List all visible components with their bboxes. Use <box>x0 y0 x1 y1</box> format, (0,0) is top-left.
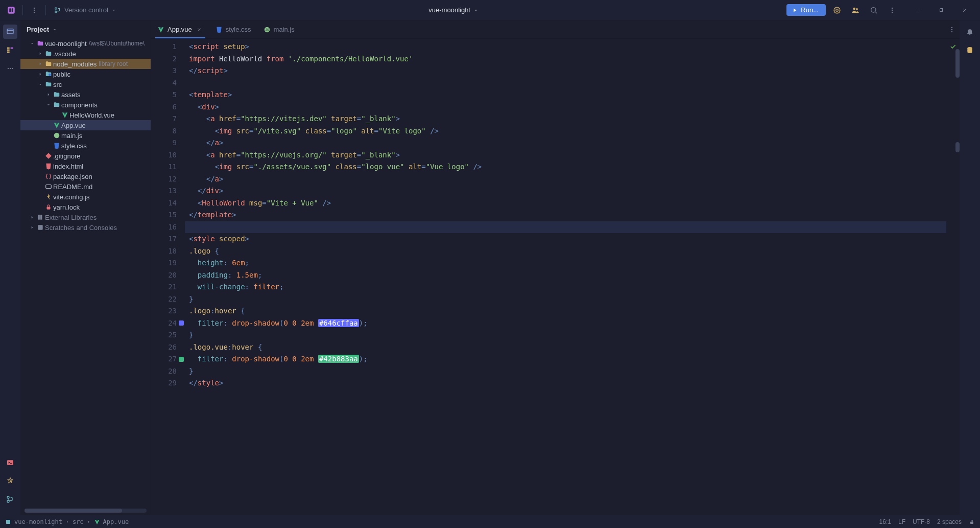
file-encoding[interactable]: UTF-8 <box>913 518 930 525</box>
editor-tabs-more-icon[interactable] <box>944 20 960 38</box>
code-line[interactable]: .logo:hover { <box>189 305 946 317</box>
tree-twisty-icon[interactable] <box>29 215 36 220</box>
collaborators-icon[interactable] <box>848 3 863 17</box>
code-line[interactable]: } <box>189 329 946 341</box>
tree-item-vite-config[interactable]: vite.config.js <box>20 192 151 202</box>
structure-tool-icon[interactable] <box>3 43 17 57</box>
line-separator[interactable]: LF <box>898 518 905 525</box>
code-with-me-icon[interactable] <box>830 3 844 17</box>
code-line[interactable]: </a> <box>189 173 946 186</box>
code-line[interactable]: <img src="/vite.svg" class="logo" alt="V… <box>189 125 946 137</box>
code-editor[interactable]: 1234567891011121314151617181920212223242… <box>151 39 960 515</box>
tree-item-vscode[interactable]: .vscode <box>20 49 151 59</box>
tree-item-package-json[interactable]: package.json <box>20 171 151 181</box>
code-line[interactable]: </template> <box>189 209 946 221</box>
code-line[interactable]: <a href="https://vuejs.org/" target="_bl… <box>189 149 946 162</box>
code-line[interactable]: </div> <box>189 185 946 197</box>
code-line[interactable]: filter: drop-shadow(0 0 2em #42b883aa); <box>189 353 946 365</box>
tree-twisty-icon[interactable] <box>45 102 52 107</box>
code-line[interactable]: will-change: filter; <box>189 281 946 293</box>
readonly-lock-icon[interactable] <box>969 519 975 525</box>
tree-item-hello-world[interactable]: HelloWorld.vue <box>20 110 151 120</box>
cursor-position[interactable]: 16:1 <box>879 518 891 525</box>
notifications-icon[interactable] <box>963 25 977 39</box>
code-line[interactable]: <HelloWorld msg="Vite + Vue" /> <box>189 197 946 210</box>
tree-item-yarn-lock[interactable]: yarn.lock <box>20 202 151 212</box>
window-minimize-button[interactable] <box>906 3 929 17</box>
tree-item-assets[interactable]: assets <box>20 89 151 100</box>
color-swatch-icon[interactable] <box>179 357 184 362</box>
window-restore-button[interactable] <box>930 3 952 17</box>
breadcrumb[interactable]: vue-moonlight src App.vue <box>5 518 129 525</box>
code-line[interactable] <box>189 77 946 89</box>
window-close-button[interactable] <box>953 3 976 17</box>
run-button[interactable]: Run... <box>786 4 826 16</box>
tree-item-root[interactable]: vue-moonlight\\wsl$\Ubuntu\home\ <box>20 38 151 49</box>
tree-item-components[interactable]: components <box>20 100 151 110</box>
tab-app-vue[interactable]: App.vue <box>151 20 209 38</box>
code-line[interactable]: </style> <box>189 377 946 389</box>
code-line[interactable]: <a href="https://vitejs.dev" target="_bl… <box>189 113 946 125</box>
tree-twisty-icon[interactable] <box>29 225 36 230</box>
crumb-1[interactable]: src <box>73 518 84 525</box>
tree-item-gitignore[interactable]: .gitignore <box>20 151 151 161</box>
tree-item-style-css[interactable]: style.css <box>20 141 151 151</box>
tree-item-external-libraries[interactable]: External Libraries <box>20 212 151 222</box>
code-line[interactable]: filter: drop-shadow(0 0 2em #646cffaa); <box>189 317 946 330</box>
code-line[interactable]: .logo { <box>189 245 946 258</box>
tree-item-public[interactable]: public <box>20 69 151 79</box>
terminal-tool-icon[interactable] <box>3 455 17 470</box>
tree-item-label: index.html <box>53 163 83 170</box>
settings-more-icon[interactable] <box>885 3 899 17</box>
version-control-dropdown[interactable]: Version control <box>50 4 121 16</box>
tree-twisty-icon[interactable] <box>29 41 36 46</box>
git-tool-icon[interactable] <box>3 492 17 507</box>
code-line[interactable]: <template> <box>189 89 946 101</box>
tree-item-main-js[interactable]: main.js <box>20 130 151 141</box>
code-line[interactable]: import HelloWorld from './components/Hel… <box>189 53 946 65</box>
crumb-0[interactable]: vue-moonlight <box>14 518 62 525</box>
code-line[interactable]: <div> <box>189 101 946 113</box>
project-tree[interactable]: vue-moonlight\\wsl$\Ubuntu\home\.vscoden… <box>20 38 151 507</box>
tree-item-app-vue[interactable]: App.vue <box>20 120 151 130</box>
indent-setting[interactable]: 2 spaces <box>937 518 962 525</box>
code-line[interactable]: } <box>189 365 946 378</box>
tree-item-scratches[interactable]: Scratches and Consoles <box>20 222 151 233</box>
database-tool-icon[interactable] <box>963 43 977 57</box>
code-line[interactable]: <script setup> <box>189 41 946 53</box>
editor-overview-ruler[interactable] <box>946 39 960 515</box>
tree-twisty-icon[interactable] <box>37 72 44 77</box>
code-line[interactable]: <img src="./assets/vue.svg" class="logo … <box>189 161 946 173</box>
tree-item-index-html[interactable]: index.html <box>20 161 151 171</box>
color-swatch-icon[interactable] <box>179 320 184 326</box>
crumb-2[interactable]: App.vue <box>103 518 129 525</box>
code-line[interactable]: </a> <box>189 137 946 149</box>
tree-item-src[interactable]: src <box>20 79 151 89</box>
tree-twisty-icon[interactable] <box>45 92 52 97</box>
code-line[interactable]: .logo.vue:hover { <box>189 341 946 354</box>
code-line[interactable]: </script> <box>189 65 946 77</box>
tab-close-icon[interactable] <box>195 26 203 34</box>
code-line[interactable]: padding: 1.5em; <box>189 269 946 282</box>
tree-item-readme[interactable]: README.md <box>20 181 151 192</box>
code-line[interactable]: height: 6em; <box>189 257 946 269</box>
project-tool-icon[interactable] <box>3 25 17 39</box>
code-content[interactable]: <script setup>import HelloWorld from './… <box>185 39 946 515</box>
services-tool-icon[interactable] <box>3 474 17 488</box>
code-line[interactable] <box>185 221 946 234</box>
tree-item-node-modules[interactable]: node_moduleslibrary root <box>20 59 151 69</box>
main-menu-icon[interactable] <box>27 3 41 17</box>
code-line[interactable]: <style scoped> <box>189 233 946 245</box>
more-tools-icon[interactable] <box>3 61 17 76</box>
tab-main-js[interactable]: JS main.js <box>257 20 301 38</box>
project-tree-header[interactable]: Project <box>20 20 151 38</box>
tree-twisty-icon[interactable] <box>37 82 44 87</box>
titlebar-project-dropdown[interactable]: vue-moonlight <box>125 6 782 14</box>
tab-style-css[interactable]: style.css <box>209 20 257 38</box>
app-logo-icon[interactable] <box>4 3 18 17</box>
tree-twisty-icon[interactable] <box>37 51 44 56</box>
search-everywhere-icon[interactable] <box>867 3 881 17</box>
code-line[interactable]: } <box>189 293 946 306</box>
project-tree-scrollbar[interactable] <box>25 509 147 513</box>
tree-twisty-icon[interactable] <box>37 61 44 66</box>
